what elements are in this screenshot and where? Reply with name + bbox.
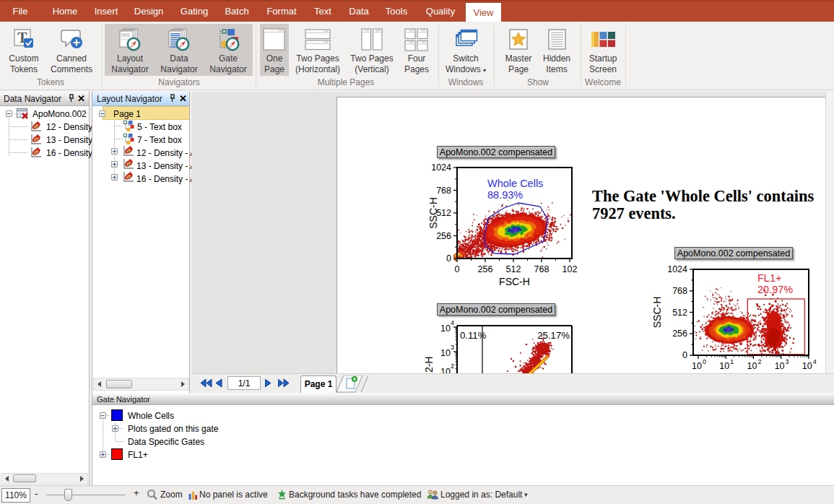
svg-text:0: 0 [455, 264, 460, 274]
svg-text:2: 2 [451, 362, 454, 370]
svg-text:10: 10 [440, 348, 451, 358]
svg-text:2: 2 [757, 358, 761, 365]
svg-text:768: 768 [534, 264, 550, 274]
svg-text:0: 0 [446, 253, 451, 264]
svg-text:10: 10 [440, 367, 451, 373]
svg-text:1: 1 [730, 358, 734, 365]
svg-text:768: 768 [672, 286, 687, 296]
svg-text:10: 10 [719, 361, 729, 371]
svg-text:0: 0 [703, 358, 706, 365]
svg-text:SSC-H: SSC-H [430, 197, 439, 229]
svg-text:FL2-H: FL2-H [423, 357, 435, 373]
svg-text:10: 10 [692, 361, 702, 371]
svg-text:768: 768 [436, 186, 451, 196]
svg-text:256: 256 [478, 264, 493, 274]
svg-text:4: 4 [813, 358, 817, 365]
svg-text:Whole Cells: Whole Cells [487, 178, 543, 189]
svg-text:88.93%: 88.93% [487, 189, 523, 201]
svg-text:FSC-H: FSC-H [499, 276, 530, 287]
svg-text:3: 3 [451, 344, 454, 351]
svg-text:1024: 1024 [667, 264, 687, 274]
svg-text:256: 256 [672, 329, 687, 339]
svg-text:3: 3 [786, 358, 789, 365]
svg-text:10: 10 [802, 361, 812, 371]
svg-text:4: 4 [451, 319, 454, 326]
svg-text:10: 10 [440, 323, 451, 334]
svg-text:102: 102 [562, 264, 578, 274]
svg-text:25.17%: 25.17% [537, 330, 570, 341]
svg-text:20.97%: 20.97% [757, 284, 793, 295]
svg-text:0.11%: 0.11% [460, 330, 487, 341]
svg-text:0: 0 [682, 350, 687, 360]
svg-text:SSC-H: SSC-H [652, 297, 663, 329]
svg-text:FL1+: FL1+ [757, 272, 781, 284]
svg-text:10: 10 [775, 361, 785, 371]
svg-text:256: 256 [436, 231, 451, 241]
svg-text:1024: 1024 [431, 162, 451, 173]
svg-text:10: 10 [747, 361, 757, 371]
svg-text:512: 512 [506, 264, 521, 274]
svg-text:512: 512 [672, 308, 687, 318]
